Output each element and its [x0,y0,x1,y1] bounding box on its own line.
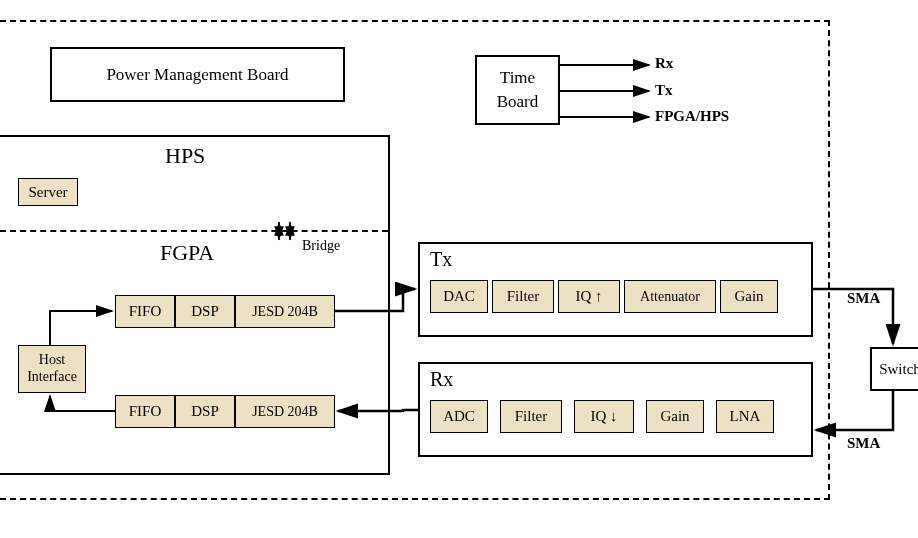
fpga-jesd-1: JESD 204B [235,295,335,328]
host-interface-l1: Host [39,352,65,369]
tx-dac: DAC [430,280,488,313]
power-mgmt-label: Power Management Board [106,65,288,85]
sma-label-2: SMA [847,435,880,452]
tx-filter: Filter [492,280,554,313]
tx-gain: Gain [720,280,778,313]
tx-att: Attenuator [624,280,716,313]
host-interface-box: Host Interface [18,345,86,393]
fpga-fifo-2: FIFO [115,395,175,428]
time-board: Time Board [475,55,560,125]
switch-label: Switch [879,361,918,378]
rx-title: Rx [430,368,453,391]
time-rx-label: Rx [655,55,673,72]
sma-label-1: SMA [847,290,880,307]
rx-gain: Gain [646,400,704,433]
server-box: Server [18,178,78,206]
fpga-dsp-1: DSP [175,295,235,328]
rx-lna: LNA [716,400,774,433]
rx-filter: Filter [500,400,562,433]
rx-iq: IQ ↓ [574,400,634,433]
switch-box: Switch [870,347,918,391]
time-board-l2: Board [497,90,539,114]
power-management-board: Power Management Board [50,47,345,102]
server-label: Server [28,184,67,201]
hps-fpga-separator [0,230,388,232]
host-interface-l2: Interface [27,369,77,386]
tx-title: Tx [430,248,452,271]
fpga-title: FGPA [160,240,214,266]
hps-title: HPS [165,143,205,169]
fpga-fifo-1: FIFO [115,295,175,328]
rx-adc: ADC [430,400,488,433]
tx-iq: IQ ↑ [558,280,620,313]
time-fpga-label: FPGA/HPS [655,108,729,125]
bridge-label: Bridge [302,238,340,254]
fpga-dsp-2: DSP [175,395,235,428]
time-board-l1: Time [500,66,535,90]
fpga-jesd-2: JESD 204B [235,395,335,428]
time-tx-label: Tx [655,82,673,99]
